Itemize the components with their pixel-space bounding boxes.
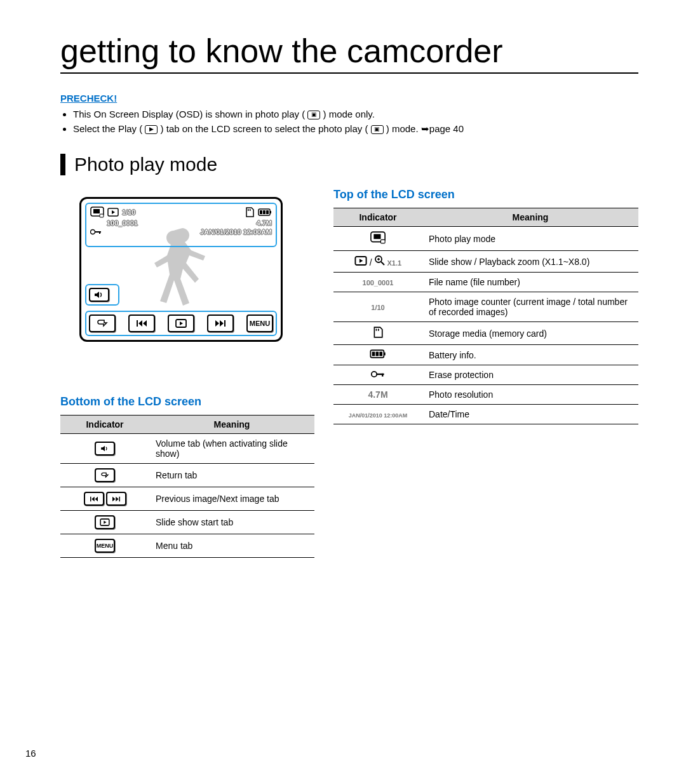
meaning-cell: Photo play mode — [422, 227, 638, 251]
precheck-item: Select the Play ( ▶ ) tab on the LCD scr… — [73, 122, 638, 137]
svg-rect-47 — [376, 352, 379, 356]
volume-icon — [95, 442, 115, 456]
meaning-cell: Battery info. — [422, 345, 638, 365]
meaning-cell: Menu tab — [149, 534, 314, 558]
file-name-indicator: 100_0001 — [363, 279, 394, 287]
precheck-label: PRECHECK! — [60, 93, 638, 104]
play-tab-icon: ▶ — [145, 125, 158, 134]
meaning-cell: Storage media (memory card) — [422, 322, 638, 345]
svg-rect-14 — [99, 231, 100, 234]
svg-marker-22 — [220, 320, 224, 327]
svg-rect-46 — [372, 352, 375, 356]
meaning-cell: Return tab — [149, 464, 314, 487]
table-row: 4.7M Photo resolution — [333, 385, 638, 405]
svg-marker-29 — [116, 496, 119, 501]
battery-icon — [370, 349, 386, 358]
meaning-cell: Date/Time — [422, 405, 638, 424]
svg-rect-9 — [260, 210, 262, 214]
meaning-cell: Photo image counter (current image / tot… — [422, 292, 638, 322]
slideshow-icon — [354, 256, 367, 266]
svg-rect-51 — [382, 374, 383, 377]
volume-button[interactable] — [89, 288, 109, 302]
svg-marker-26 — [91, 496, 95, 501]
next-icon — [215, 320, 226, 327]
slideshow-icon — [107, 208, 119, 217]
file-name: 100_0001 — [107, 219, 138, 227]
table-row: JAN/01/2010 12:00AM Date/Time — [333, 405, 638, 424]
col-indicator: Indicator — [333, 208, 422, 227]
table-row: Slide show start tab — [60, 511, 314, 534]
return-icon — [95, 468, 115, 482]
col-meaning: Meaning — [149, 416, 314, 434]
datetime-indicator: JAN/01/2010 12:00AM — [349, 412, 408, 419]
svg-rect-16 — [137, 320, 138, 327]
svg-rect-42 — [376, 328, 377, 330]
table-row: Battery info. — [333, 345, 638, 365]
svg-rect-6 — [250, 209, 251, 211]
svg-marker-24 — [101, 446, 105, 451]
resolution-indicator: 4.7M — [368, 389, 387, 400]
svg-point-12 — [91, 230, 95, 234]
prev-icon — [84, 492, 104, 506]
return-button[interactable] — [89, 314, 116, 332]
top-indicator-table: Indicator Meaning Photo play mode / — [333, 208, 638, 424]
meaning-cell: Slide show / Playback zoom (X1.1~X8.0) — [422, 251, 638, 273]
volume-icon — [94, 291, 104, 299]
svg-marker-27 — [95, 496, 98, 501]
svg-rect-8 — [270, 211, 271, 213]
svg-rect-10 — [263, 210, 266, 214]
svg-rect-23 — [224, 320, 225, 327]
svg-marker-4 — [112, 210, 115, 214]
svg-rect-25 — [90, 496, 91, 501]
zoom-label: X1.1 — [387, 259, 401, 267]
lcd-control-row: MENU — [85, 311, 277, 336]
svg-rect-43 — [378, 328, 379, 330]
key-icon — [371, 370, 385, 378]
table-row: / X1.1 Slide show / Playback zoom (X1.1~… — [333, 251, 638, 273]
svg-line-39 — [381, 262, 384, 265]
section-heading: Photo play mode — [60, 154, 638, 175]
table-row: MENU Menu tab — [60, 534, 314, 558]
svg-rect-2 — [100, 214, 104, 217]
photo-play-icon: ▣ — [307, 111, 320, 119]
svg-marker-37 — [360, 259, 363, 262]
svg-marker-18 — [143, 320, 147, 327]
svg-point-49 — [372, 372, 377, 377]
col-meaning: Meaning — [422, 208, 638, 227]
meaning-cell: Volume tab (when activating slide show) — [149, 434, 314, 464]
prev-image-button[interactable] — [128, 314, 155, 332]
bottom-indicator-table: Indicator Meaning Volume tab (when activ… — [60, 415, 314, 558]
next-icon — [106, 492, 126, 506]
svg-marker-20 — [180, 321, 183, 325]
photo-play-mode-icon — [90, 206, 104, 218]
lcd-top-area: 1/10 100_0001 4.7M — [85, 203, 277, 247]
svg-rect-48 — [379, 352, 382, 356]
slideshow-start-icon — [175, 319, 187, 328]
table-row: Photo play mode — [333, 227, 638, 251]
svg-rect-11 — [266, 210, 269, 214]
prev-icon — [136, 320, 147, 327]
svg-rect-45 — [384, 353, 385, 356]
svg-marker-32 — [104, 520, 106, 524]
meaning-cell: Erase protection — [422, 365, 638, 385]
next-image-button[interactable] — [207, 314, 234, 332]
key-icon — [90, 229, 102, 235]
precheck-list: This On Screen Display (OSD) is shown in… — [60, 107, 638, 136]
lcd-mock: 1/10 100_0001 4.7M — [79, 197, 283, 342]
svg-rect-35 — [380, 240, 385, 243]
svg-rect-30 — [119, 496, 120, 501]
slideshow-start-button[interactable] — [168, 314, 194, 332]
meaning-cell: File name (file number) — [422, 273, 638, 292]
menu-icon: MENU — [95, 539, 115, 553]
table-row: Storage media (memory card) — [333, 322, 638, 345]
memory-card-icon — [372, 327, 384, 338]
table-row: Previous image/Next image tab — [60, 487, 314, 511]
photo-resolution: 4.7M — [257, 219, 272, 227]
menu-button[interactable]: MENU — [246, 314, 273, 332]
page-title: getting to know the camcorder — [60, 32, 638, 74]
meaning-cell: Photo resolution — [422, 385, 638, 405]
svg-marker-21 — [215, 320, 219, 327]
lcd-volume-row — [85, 284, 119, 306]
top-table-heading: Top of the LCD screen — [333, 188, 638, 201]
meaning-cell: Slide show start tab — [149, 511, 314, 534]
